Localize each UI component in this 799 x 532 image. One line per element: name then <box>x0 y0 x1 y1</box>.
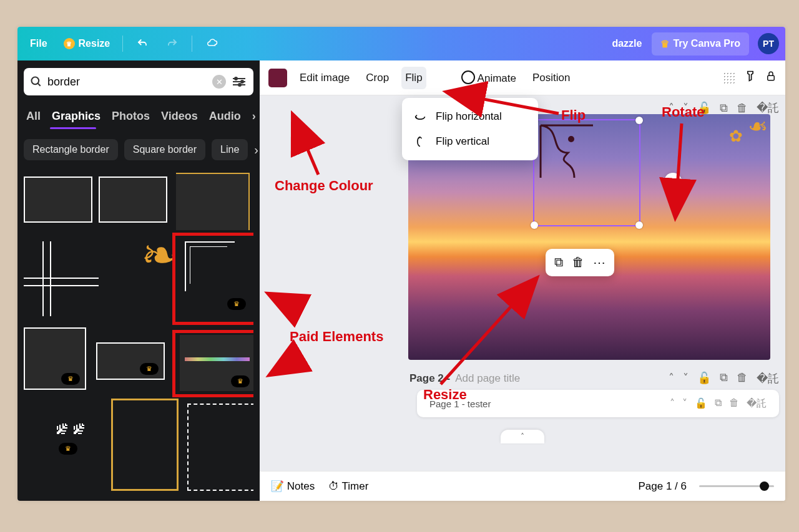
position-button[interactable]: Position <box>529 67 574 89</box>
element-thumb[interactable] <box>24 241 99 316</box>
tab-videos[interactable]: Videos <box>161 110 198 123</box>
page-up-icon[interactable]: ˄ <box>670 397 675 410</box>
tab-all[interactable]: All <box>26 110 41 123</box>
flip-button[interactable]: Flip <box>401 67 426 89</box>
element-thumb[interactable] <box>99 177 167 223</box>
transparency-icon[interactable] <box>723 72 735 84</box>
color-swatch[interactable] <box>268 69 287 87</box>
expand-strip-icon[interactable]: ˄ <box>501 430 544 443</box>
delete-icon[interactable]: 🗑 <box>737 102 748 115</box>
add-page-icon[interactable]: �託 <box>757 100 779 115</box>
duplicate-icon[interactable]: ⧉ <box>715 397 722 410</box>
pill-line[interactable]: Line <box>212 139 248 160</box>
flip-horizontal-item[interactable]: Flip horizontal <box>402 104 538 129</box>
page-down-icon[interactable]: ˅ <box>682 397 687 410</box>
ornament-icon: ✿ <box>729 127 743 146</box>
svg-line-1 <box>38 84 41 86</box>
bottom-bar: 📝 Notes ⏱ Timer Page 1 / 6 <box>260 471 785 501</box>
svg-rect-2 <box>768 75 775 80</box>
timer-button[interactable]: ⏱ Timer <box>328 480 368 493</box>
style-copy-icon[interactable] <box>744 69 757 86</box>
pills-more-icon[interactable]: › <box>254 143 258 157</box>
delete-icon[interactable]: 🗑 <box>737 371 748 386</box>
annotation-box <box>172 233 253 325</box>
element-thumb[interactable] <box>24 177 92 223</box>
pill-square-border[interactable]: Square border <box>124 139 205 160</box>
lock-icon[interactable]: 🔓 <box>697 101 711 115</box>
element-thumb[interactable] <box>96 342 165 380</box>
resize-button[interactable]: Resize <box>57 33 117 54</box>
tab-graphics[interactable]: Graphics <box>52 110 100 123</box>
tabs-more-icon[interactable]: › <box>252 108 256 124</box>
lock-icon[interactable]: 🔓 <box>697 371 711 386</box>
search-box[interactable]: ✕ <box>24 68 253 95</box>
search-input[interactable] <box>47 75 207 89</box>
duplicate-icon[interactable]: ⧉ <box>554 255 563 270</box>
page-up-icon[interactable]: ˄ <box>669 101 674 115</box>
svg-point-0 <box>32 77 39 85</box>
more-icon[interactable]: ⋯ <box>593 255 605 270</box>
element-thumb[interactable] <box>24 327 86 390</box>
add-page-icon[interactable]: �託 <box>757 371 779 386</box>
elements-grid: ❧ ⸙ ⸙ <box>24 173 253 501</box>
crop-button[interactable]: Crop <box>362 67 393 89</box>
duplicate-icon[interactable]: ⧉ <box>720 371 728 386</box>
file-menu[interactable]: File <box>24 33 54 54</box>
page-title-input[interactable]: Add page title <box>455 372 520 385</box>
delete-icon[interactable]: 🗑 <box>572 255 584 270</box>
floating-toolbar: ⧉ 🗑 ⋯ <box>546 249 614 276</box>
pill-rectangle-border[interactable]: Rectangle border <box>24 139 118 160</box>
elements-panel: ✕ All Graphics Photos Videos Audio › Rec… <box>17 60 260 501</box>
zoom-slider[interactable] <box>699 485 774 487</box>
lock-icon[interactable] <box>765 70 777 85</box>
divider <box>122 36 123 52</box>
edit-image-button[interactable]: Edit image <box>296 67 353 89</box>
cloud-sync-icon[interactable] <box>199 33 226 54</box>
element-thumb[interactable] <box>111 399 179 491</box>
rotate-handle[interactable]: ⟳ <box>664 173 682 190</box>
page-up-icon[interactable]: ˄ <box>669 371 674 386</box>
tab-photos[interactable]: Photos <box>112 110 150 123</box>
animate-icon <box>461 70 475 84</box>
lock-icon[interactable]: 🔓 <box>695 397 707 410</box>
element-thumb[interactable]: ❧ <box>104 236 179 311</box>
page-count[interactable]: Page 1 / 6 <box>638 480 687 493</box>
search-icon <box>30 75 42 88</box>
notes-button[interactable]: 📝 Notes <box>271 480 315 493</box>
page-label: Page 2 - <box>409 372 450 385</box>
topbar: File Resize dazzle Try Canva Pro PT <box>17 27 785 60</box>
selection-box[interactable] <box>533 119 640 226</box>
avatar[interactable]: PT <box>758 33 779 54</box>
element-thumb[interactable] <box>176 173 250 230</box>
add-page-icon[interactable]: �託 <box>747 397 767 410</box>
element-thumb[interactable]: ⸙ ⸙ <box>24 415 117 458</box>
page-down-icon[interactable]: ˅ <box>683 101 689 115</box>
canvas-panel: Edit image Crop Flip Animate Position Fl… <box>260 60 785 501</box>
clear-search-icon[interactable]: ✕ <box>212 75 226 89</box>
paid-badge-icon <box>61 373 80 385</box>
suggestion-pills: Rectangle border Square border Line › <box>24 139 253 160</box>
divider <box>192 36 192 52</box>
ornament-icon: ❧ <box>748 114 768 140</box>
page-down-icon[interactable]: ˅ <box>683 371 689 386</box>
document-name[interactable]: dazzle <box>605 33 648 54</box>
flip-dropdown: Flip horizontal Flip vertical <box>402 98 538 160</box>
crown-icon <box>64 38 75 49</box>
page-title-row: Page 2 - Add page title ˄ ˅ 🔓 ⧉ 🗑 �託 <box>260 367 785 386</box>
annotation-box <box>172 330 253 397</box>
element-thumb[interactable] <box>187 404 253 491</box>
undo-button[interactable] <box>129 33 155 54</box>
filter-icon[interactable] <box>231 78 247 85</box>
animate-button[interactable]: Animate <box>458 65 520 90</box>
paid-badge-icon <box>59 443 77 455</box>
paid-badge-icon <box>140 363 159 375</box>
duplicate-icon[interactable]: ⧉ <box>720 102 728 115</box>
tab-audio[interactable]: Audio <box>209 110 241 123</box>
flip-vertical-item[interactable]: Flip vertical <box>402 129 538 154</box>
page-thumbnail-strip[interactable]: Page 1 - tester ˄ ˅ 🔓 ⧉ 🗑 �託 <box>417 390 779 417</box>
crown-icon <box>660 38 669 50</box>
try-pro-button[interactable]: Try Canva Pro <box>652 32 749 56</box>
redo-button[interactable] <box>159 33 185 54</box>
context-toolbar: Edit image Crop Flip Animate Position <box>260 60 785 95</box>
delete-icon[interactable]: 🗑 <box>729 397 739 410</box>
